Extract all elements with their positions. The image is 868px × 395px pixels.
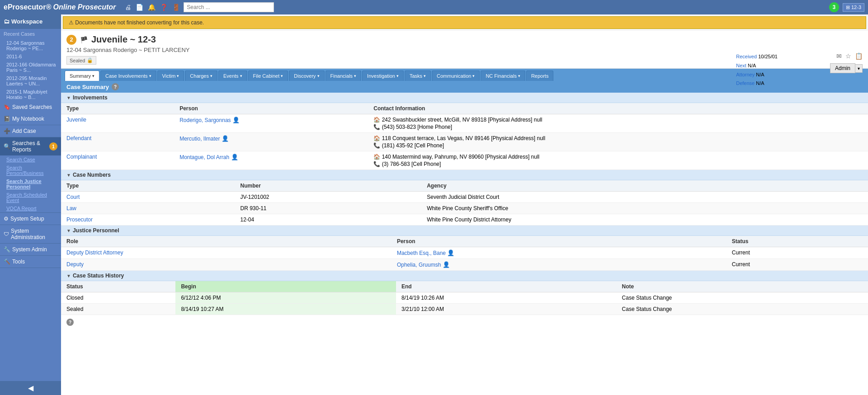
cn-number-2: 12-04 bbox=[235, 214, 421, 226]
tab-events[interactable]: Events ▾ bbox=[218, 71, 247, 81]
sidebar-link-search-justice[interactable]: Search Justice Personnel bbox=[0, 177, 61, 191]
sidebar-recent-case-1[interactable]: 2011-6 bbox=[0, 52, 61, 61]
sidebar-recent-case-0[interactable]: 12-04 Sargonnas Roderigo ~ PE... bbox=[0, 39, 61, 52]
cs-col-end: End bbox=[396, 281, 617, 292]
main-content: ⚠ Documents have not finished converting… bbox=[61, 14, 868, 395]
top-header: eProsecutor® Online Prosecutor 🖨 📄 🔔 ❓ 🚪… bbox=[0, 0, 868, 14]
jp-role-0[interactable]: Deputy District Attorney bbox=[66, 249, 123, 256]
phone-2: 📞 (3) 786-583 [Cell Phone] bbox=[373, 161, 863, 167]
jp-role-1[interactable]: Deputy bbox=[66, 261, 84, 268]
search-input[interactable] bbox=[184, 2, 274, 12]
lock-icon: 🔒 bbox=[87, 57, 93, 63]
tab-events-arrow[interactable]: ▾ bbox=[240, 74, 242, 78]
sidebar-item-searches-reports[interactable]: 🔍 Searches & Reports 1 bbox=[0, 137, 61, 155]
sidebar-recent-case-2[interactable]: 2012-166 Olidammara Paris ~ S... bbox=[0, 61, 61, 74]
tab-communication[interactable]: Communication ▾ bbox=[432, 71, 480, 81]
sidebar-link-search-scheduled[interactable]: Search Scheduled Event bbox=[0, 191, 61, 204]
tab-nc-financials[interactable]: NC Financials ▾ bbox=[481, 71, 525, 81]
justice-personnel-header[interactable]: ▼ Justice Personnel bbox=[61, 226, 868, 236]
table-row: Law DR 930-11 White Pine County Sheriff'… bbox=[61, 203, 868, 214]
tab-financials[interactable]: Financials ▾ bbox=[326, 71, 362, 81]
sidebar-item-workspace[interactable]: 🗂 Workspace bbox=[0, 14, 61, 28]
cn-type-2[interactable]: Prosecutor bbox=[66, 216, 93, 223]
document-icon[interactable]: 📄 bbox=[136, 4, 143, 11]
sidebar-item-system-administration[interactable]: 🛡 System Administration bbox=[0, 225, 61, 243]
tab-file-cabinet[interactable]: File Cabinet ▾ bbox=[248, 71, 288, 81]
sidebar-item-tools[interactable]: 🔨 Tools bbox=[0, 256, 61, 268]
sidebar-item-system-admin2[interactable]: 🔧 System Admin bbox=[0, 244, 61, 255]
tab-involvements-arrow[interactable]: ▾ bbox=[149, 74, 151, 78]
tab-case-involvements[interactable]: Case Involvements ▾ bbox=[100, 71, 156, 81]
bottom-help-icon[interactable]: ? bbox=[66, 319, 74, 326]
clipboard-icon[interactable]: 📋 bbox=[855, 52, 863, 60]
tab-summary-arrow[interactable]: ▾ bbox=[92, 74, 94, 78]
tab-charges-arrow[interactable]: ▾ bbox=[210, 74, 212, 78]
sidebar-collapse-button[interactable]: ◀ bbox=[0, 381, 61, 395]
tab-victim[interactable]: Victim ▾ bbox=[157, 71, 184, 81]
involvement-person-1[interactable]: Mercutio, Ilmater bbox=[179, 136, 220, 142]
case-status-header[interactable]: ▼ Case Status History bbox=[61, 271, 868, 281]
tab-discovery-arrow[interactable]: ▾ bbox=[317, 74, 320, 78]
warning-banner: ⚠ Documents have not finished converting… bbox=[63, 16, 866, 29]
tab-tasks-arrow[interactable]: ▾ bbox=[424, 74, 426, 78]
justice-personnel-toggle: ▼ bbox=[66, 228, 71, 233]
sidebar-link-voca-report[interactable]: VOCA Report bbox=[0, 204, 61, 212]
case-numbers-header[interactable]: ▼ Case Numbers bbox=[61, 170, 868, 180]
involvement-type-1[interactable]: Defendant bbox=[66, 135, 91, 141]
involvement-person-0[interactable]: Roderigo, Sargonnas bbox=[179, 117, 231, 123]
sidebar-recent-case-3[interactable]: 2012-295 Moradin Laertes ~ UN... bbox=[0, 74, 61, 88]
case-status-table: Status Begin End Note Closed 6/12/12 4:0… bbox=[61, 281, 868, 315]
sidebar-item-add-case[interactable]: ➕ Add Case bbox=[0, 125, 61, 137]
defense-val: N/A bbox=[756, 80, 764, 86]
bell-icon[interactable]: 🔔 bbox=[148, 4, 156, 11]
header-icons: 🖨 📄 🔔 ❓ 🚪 bbox=[125, 4, 180, 11]
sidebar-link-search-case[interactable]: Search Case bbox=[0, 155, 61, 164]
cs-begin-1: 8/14/19 10:27 AM bbox=[175, 304, 396, 315]
sidebar-item-system-setup[interactable]: ⚙ System Setup bbox=[0, 213, 61, 225]
exit-icon[interactable]: 🚪 bbox=[172, 4, 180, 11]
cn-agency-0: Seventh Judicial District Court bbox=[421, 192, 868, 203]
involvement-type-2[interactable]: Complainant bbox=[66, 154, 97, 160]
email-icon[interactable]: ✉ bbox=[836, 52, 842, 60]
involvement-type-0[interactable]: Juvenile bbox=[66, 117, 86, 123]
admin-dropdown-arrow[interactable]: ▾ bbox=[855, 64, 863, 73]
tab-reports[interactable]: Reports bbox=[526, 71, 554, 81]
tab-investigation-arrow[interactable]: ▾ bbox=[396, 74, 399, 78]
window-label[interactable]: ⊞ 12-3 bbox=[843, 3, 864, 12]
cn-type-0[interactable]: Court bbox=[66, 194, 80, 200]
person-icon-2: 👤 bbox=[231, 154, 238, 160]
jp-col-status: Status bbox=[726, 236, 868, 247]
jp-person-0[interactable]: Macbeth Esq., Bane bbox=[397, 250, 446, 256]
admin-button[interactable]: Admin bbox=[830, 63, 855, 73]
sealed-label: Sealed bbox=[70, 58, 85, 63]
case-summary-help-icon[interactable]: ? bbox=[112, 83, 119, 90]
cs-col-status: Status bbox=[61, 281, 175, 292]
tab-summary[interactable]: Summary ▾ bbox=[65, 71, 99, 81]
tab-victim-arrow[interactable]: ▾ bbox=[177, 74, 179, 78]
case-summary-title: Case Summary bbox=[66, 84, 109, 90]
notification-badge[interactable]: 3 bbox=[829, 2, 839, 12]
tab-financials-arrow[interactable]: ▾ bbox=[354, 74, 356, 78]
received-val: 10/25/01 bbox=[758, 54, 778, 59]
tab-charges[interactable]: Charges ▾ bbox=[185, 71, 217, 81]
cn-type-1[interactable]: Law bbox=[66, 205, 76, 212]
sidebar-item-saved-searches[interactable]: 🔖 Saved Searches bbox=[0, 101, 61, 113]
cs-end-1: 3/21/10 12:00 AM bbox=[396, 304, 617, 315]
star-icon[interactable]: ☆ bbox=[845, 52, 851, 60]
jp-person-1[interactable]: Ophelia, Gruumsh bbox=[397, 262, 441, 268]
tab-communication-arrow[interactable]: ▾ bbox=[472, 74, 475, 78]
sidebar-item-my-notebook[interactable]: 📓 My Notebook bbox=[0, 113, 61, 125]
tab-tasks[interactable]: Tasks ▾ bbox=[405, 71, 431, 81]
print-icon[interactable]: 🖨 bbox=[125, 4, 131, 11]
sidebar-link-search-person[interactable]: Search Person/Business bbox=[0, 164, 61, 177]
jp-col-role: Role bbox=[61, 236, 392, 247]
tab-investigation[interactable]: Investigation ▾ bbox=[362, 71, 404, 81]
involvements-header[interactable]: ▼ Involvements bbox=[61, 93, 868, 103]
tab-ncfinancials-arrow[interactable]: ▾ bbox=[518, 74, 520, 78]
justice-personnel-table: Role Person Status Deputy District Attor… bbox=[61, 236, 868, 271]
sidebar-recent-case-4[interactable]: 2015-1 Maglubiyet Horatio ~ B... bbox=[0, 88, 61, 101]
help-icon[interactable]: ❓ bbox=[160, 4, 168, 11]
involvement-person-2[interactable]: Montague, Dol Arrah bbox=[179, 154, 229, 160]
tab-filecabinet-arrow[interactable]: ▾ bbox=[281, 74, 283, 78]
tab-discovery[interactable]: Discovery ▾ bbox=[289, 71, 324, 81]
